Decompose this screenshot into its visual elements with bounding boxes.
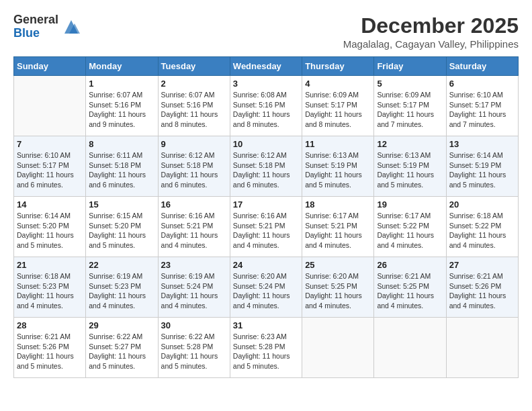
calendar-cell: 1Sunrise: 6:07 AMSunset: 5:16 PMDaylight… — [86, 76, 158, 136]
day-number: 21 — [17, 260, 83, 270]
day-info: Sunrise: 6:16 AMSunset: 5:21 PMDaylight:… — [161, 211, 227, 250]
day-info: Sunrise: 6:20 AMSunset: 5:25 PMDaylight:… — [305, 271, 371, 311]
page-header: General Blue December 2025 Magalalag, Ca… — [13, 13, 519, 50]
day-info: Sunrise: 6:14 AMSunset: 5:20 PMDaylight:… — [17, 211, 83, 250]
day-info: Sunrise: 6:23 AMSunset: 5:28 PMDaylight:… — [233, 332, 299, 371]
day-number: 20 — [449, 199, 515, 210]
day-number: 18 — [305, 199, 371, 210]
day-info: Sunrise: 6:07 AMSunset: 5:16 PMDaylight:… — [161, 90, 227, 130]
calendar-cell — [302, 318, 374, 378]
day-info: Sunrise: 6:18 AMSunset: 5:22 PMDaylight:… — [449, 211, 515, 250]
day-number: 29 — [89, 320, 154, 330]
day-number: 11 — [305, 139, 371, 149]
calendar-week-row: 21Sunrise: 6:18 AMSunset: 5:23 PMDayligh… — [14, 257, 519, 318]
calendar-cell: 13Sunrise: 6:14 AMSunset: 5:19 PMDayligh… — [446, 136, 518, 197]
day-number: 7 — [17, 139, 83, 149]
day-info: Sunrise: 6:07 AMSunset: 5:16 PMDaylight:… — [89, 90, 154, 130]
calendar-week-row: 28Sunrise: 6:21 AMSunset: 5:26 PMDayligh… — [14, 318, 519, 378]
day-info: Sunrise: 6:09 AMSunset: 5:17 PMDaylight:… — [305, 90, 371, 130]
day-number: 30 — [161, 320, 227, 330]
day-number: 2 — [161, 79, 227, 89]
day-info: Sunrise: 6:11 AMSunset: 5:18 PMDaylight:… — [89, 150, 154, 190]
calendar-cell: 25Sunrise: 6:20 AMSunset: 5:25 PMDayligh… — [302, 257, 374, 318]
calendar-cell: 2Sunrise: 6:07 AMSunset: 5:16 PMDaylight… — [158, 76, 230, 136]
day-number: 16 — [161, 199, 227, 210]
month-title: December 2025 — [343, 13, 519, 38]
logo-general-text: General — [13, 13, 58, 27]
day-info: Sunrise: 6:15 AMSunset: 5:20 PMDaylight:… — [89, 211, 154, 250]
day-info: Sunrise: 6:13 AMSunset: 5:19 PMDaylight:… — [305, 150, 371, 190]
weekday-header-row: SundayMondayTuesdayWednesdayThursdayFrid… — [14, 57, 519, 76]
calendar-cell: 8Sunrise: 6:11 AMSunset: 5:18 PMDaylight… — [86, 136, 158, 197]
logo-icon — [61, 17, 81, 37]
calendar-cell: 30Sunrise: 6:22 AMSunset: 5:28 PMDayligh… — [158, 318, 230, 378]
calendar-cell: 5Sunrise: 6:09 AMSunset: 5:17 PMDaylight… — [374, 76, 446, 136]
day-info: Sunrise: 6:18 AMSunset: 5:23 PMDaylight:… — [17, 271, 83, 311]
day-number: 1 — [89, 79, 154, 89]
day-info: Sunrise: 6:21 AMSunset: 5:26 PMDaylight:… — [17, 332, 83, 371]
weekday-header-monday: Monday — [86, 57, 158, 76]
calendar-cell: 3Sunrise: 6:08 AMSunset: 5:16 PMDaylight… — [230, 76, 302, 136]
day-info: Sunrise: 6:19 AMSunset: 5:23 PMDaylight:… — [89, 271, 154, 311]
day-number: 5 — [377, 79, 443, 89]
day-number: 26 — [377, 260, 443, 270]
day-info: Sunrise: 6:21 AMSunset: 5:25 PMDaylight:… — [377, 271, 443, 311]
calendar-cell: 4Sunrise: 6:09 AMSunset: 5:17 PMDaylight… — [302, 76, 374, 136]
logo-blue-text: Blue — [13, 27, 58, 40]
day-number: 4 — [305, 79, 371, 89]
calendar-cell: 17Sunrise: 6:16 AMSunset: 5:21 PMDayligh… — [230, 197, 302, 257]
calendar-cell: 15Sunrise: 6:15 AMSunset: 5:20 PMDayligh… — [86, 197, 158, 257]
calendar-week-row: 1Sunrise: 6:07 AMSunset: 5:16 PMDaylight… — [14, 76, 519, 136]
day-info: Sunrise: 6:22 AMSunset: 5:27 PMDaylight:… — [89, 332, 154, 371]
day-number: 31 — [233, 320, 299, 330]
calendar-cell — [446, 318, 518, 378]
day-number: 13 — [449, 139, 515, 149]
day-info: Sunrise: 6:13 AMSunset: 5:19 PMDaylight:… — [377, 150, 443, 190]
calendar-cell: 23Sunrise: 6:19 AMSunset: 5:24 PMDayligh… — [158, 257, 230, 318]
weekday-header-saturday: Saturday — [446, 57, 518, 76]
day-info: Sunrise: 6:20 AMSunset: 5:24 PMDaylight:… — [233, 271, 299, 311]
calendar-cell: 31Sunrise: 6:23 AMSunset: 5:28 PMDayligh… — [230, 318, 302, 378]
calendar-table: SundayMondayTuesdayWednesdayThursdayFrid… — [13, 56, 519, 378]
day-number: 15 — [89, 199, 154, 210]
day-info: Sunrise: 6:09 AMSunset: 5:17 PMDaylight:… — [377, 90, 443, 130]
day-info: Sunrise: 6:14 AMSunset: 5:19 PMDaylight:… — [449, 150, 515, 190]
day-info: Sunrise: 6:08 AMSunset: 5:16 PMDaylight:… — [233, 90, 299, 130]
weekday-header-sunday: Sunday — [14, 57, 86, 76]
calendar-cell: 21Sunrise: 6:18 AMSunset: 5:23 PMDayligh… — [14, 257, 86, 318]
calendar-cell: 28Sunrise: 6:21 AMSunset: 5:26 PMDayligh… — [14, 318, 86, 378]
logo: General Blue — [13, 13, 81, 40]
day-number: 24 — [233, 260, 299, 270]
calendar-cell: 10Sunrise: 6:12 AMSunset: 5:18 PMDayligh… — [230, 136, 302, 197]
weekday-header-tuesday: Tuesday — [158, 57, 230, 76]
calendar-cell: 22Sunrise: 6:19 AMSunset: 5:23 PMDayligh… — [86, 257, 158, 318]
day-number: 10 — [233, 139, 299, 149]
calendar-cell: 12Sunrise: 6:13 AMSunset: 5:19 PMDayligh… — [374, 136, 446, 197]
calendar-cell: 27Sunrise: 6:21 AMSunset: 5:26 PMDayligh… — [446, 257, 518, 318]
day-number: 17 — [233, 199, 299, 210]
day-number: 22 — [89, 260, 154, 270]
day-number: 28 — [17, 320, 83, 330]
calendar-cell: 24Sunrise: 6:20 AMSunset: 5:24 PMDayligh… — [230, 257, 302, 318]
calendar-cell: 7Sunrise: 6:10 AMSunset: 5:17 PMDaylight… — [14, 136, 86, 197]
day-number: 14 — [17, 199, 83, 210]
day-info: Sunrise: 6:17 AMSunset: 5:21 PMDaylight:… — [305, 211, 371, 250]
day-number: 27 — [449, 260, 515, 270]
day-number: 23 — [161, 260, 227, 270]
day-info: Sunrise: 6:10 AMSunset: 5:17 PMDaylight:… — [17, 150, 83, 190]
calendar-week-row: 7Sunrise: 6:10 AMSunset: 5:17 PMDaylight… — [14, 136, 519, 197]
calendar-cell: 9Sunrise: 6:12 AMSunset: 5:18 PMDaylight… — [158, 136, 230, 197]
day-number: 6 — [449, 79, 515, 89]
weekday-header-thursday: Thursday — [302, 57, 374, 76]
day-info: Sunrise: 6:12 AMSunset: 5:18 PMDaylight:… — [233, 150, 299, 190]
location: Magalalag, Cagayan Valley, Philippines — [343, 38, 519, 50]
calendar-cell — [374, 318, 446, 378]
calendar-cell: 20Sunrise: 6:18 AMSunset: 5:22 PMDayligh… — [446, 197, 518, 257]
day-number: 12 — [377, 139, 443, 149]
day-info: Sunrise: 6:17 AMSunset: 5:22 PMDaylight:… — [377, 211, 443, 250]
calendar-cell: 11Sunrise: 6:13 AMSunset: 5:19 PMDayligh… — [302, 136, 374, 197]
calendar-cell: 26Sunrise: 6:21 AMSunset: 5:25 PMDayligh… — [374, 257, 446, 318]
calendar-cell: 19Sunrise: 6:17 AMSunset: 5:22 PMDayligh… — [374, 197, 446, 257]
day-number: 8 — [89, 139, 154, 149]
day-info: Sunrise: 6:21 AMSunset: 5:26 PMDaylight:… — [449, 271, 515, 311]
